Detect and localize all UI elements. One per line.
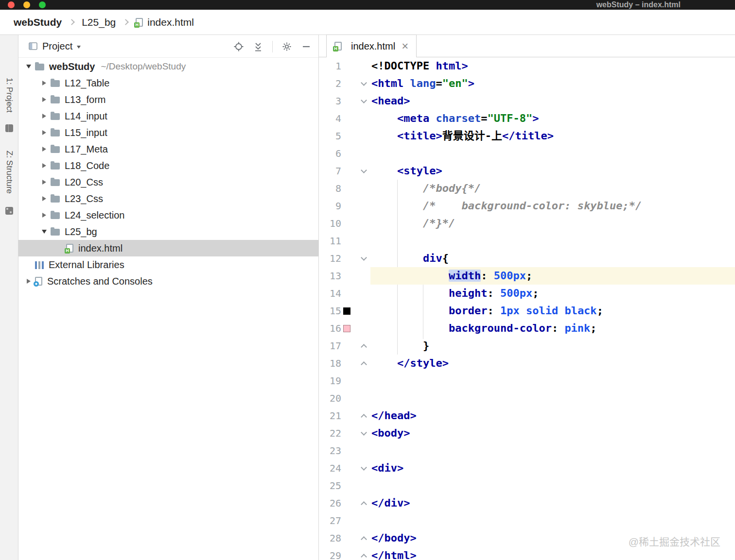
- expand-arrow-icon[interactable]: [42, 196, 46, 201]
- tree-row-l25-bg[interactable]: L25_bg: [18, 223, 318, 240]
- tree-row-l15-input[interactable]: L15_input: [18, 124, 318, 141]
- expand-arrow-icon[interactable]: [42, 114, 46, 119]
- tree-row-l23-css[interactable]: L23_Css: [18, 190, 318, 207]
- code-editor[interactable]: 1<!DOCTYPE html>2<html lang="en">3<head>…: [319, 57, 735, 560]
- editor-line-22[interactable]: 22<body>: [319, 424, 735, 442]
- code-text[interactable]: <head>: [370, 92, 735, 110]
- code-text[interactable]: [370, 372, 735, 390]
- editor-line-18[interactable]: 18 </style>: [319, 355, 735, 372]
- code-text[interactable]: </style>: [370, 355, 735, 372]
- code-text[interactable]: /* background-color: skyblue;*/: [370, 197, 735, 215]
- zoom-window-button[interactable]: [39, 1, 46, 8]
- close-tab-icon[interactable]: ×: [402, 40, 408, 52]
- editor-line-1[interactable]: 1<!DOCTYPE html>: [319, 57, 735, 75]
- code-text[interactable]: <body>: [370, 424, 735, 442]
- minimize-window-button[interactable]: [23, 1, 30, 8]
- code-text[interactable]: }: [370, 337, 735, 355]
- editor-line-5[interactable]: 5 <title>背景设计-上</title>: [319, 127, 735, 145]
- tool-window-button-structure[interactable]: Z: Structure: [4, 151, 14, 194]
- tree-row-external-libraries[interactable]: External Libraries: [18, 256, 318, 273]
- code-text[interactable]: background-color: pink;: [370, 320, 735, 337]
- editor-line-17[interactable]: 17 }: [319, 337, 735, 355]
- fold-marker-up-icon[interactable]: [361, 414, 367, 420]
- code-text[interactable]: border: 1px solid black;: [370, 302, 735, 320]
- expand-arrow-icon[interactable]: [42, 97, 46, 102]
- code-text[interactable]: <meta charset="UTF-8">: [370, 110, 735, 127]
- editor-line-20[interactable]: 20: [319, 390, 735, 407]
- code-text[interactable]: height: 500px;: [370, 285, 735, 302]
- code-text[interactable]: /*body{*/: [370, 180, 735, 197]
- editor-line-12[interactable]: 12 div{: [319, 250, 735, 267]
- editor-line-8[interactable]: 8 /*body{*/: [319, 180, 735, 197]
- editor-line-27[interactable]: 27: [319, 512, 735, 529]
- locate-icon[interactable]: [233, 41, 244, 52]
- project-panel-title[interactable]: Project: [42, 41, 72, 52]
- project-tool-icon[interactable]: [5, 124, 13, 132]
- tool-window-button-project[interactable]: 1: Project: [4, 78, 14, 113]
- tree-row-l12-table[interactable]: L12_Table: [18, 75, 318, 91]
- collapse-arrow-icon[interactable]: [42, 230, 47, 234]
- collapse-all-icon[interactable]: [253, 41, 263, 52]
- expand-arrow-icon[interactable]: [42, 213, 46, 218]
- code-text[interactable]: [370, 145, 735, 162]
- fold-marker-down-icon[interactable]: [361, 167, 367, 173]
- close-window-button[interactable]: [8, 1, 15, 8]
- tree-row-l17-meta[interactable]: L17_Meta: [18, 141, 318, 157]
- fold-marker-down-icon[interactable]: [361, 464, 367, 471]
- editor-line-4[interactable]: 4 <meta charset="UTF-8">: [319, 110, 735, 127]
- editor-line-15[interactable]: 15 border: 1px solid black;: [319, 302, 735, 320]
- code-text[interactable]: [370, 390, 735, 407]
- code-text[interactable]: <!DOCTYPE html>: [370, 57, 735, 75]
- editor-tab-index-html[interactable]: index.html ×: [326, 34, 417, 57]
- editor-line-6[interactable]: 6: [319, 145, 735, 162]
- expand-arrow-icon[interactable]: [42, 130, 46, 135]
- collapse-arrow-icon[interactable]: [26, 65, 31, 68]
- code-text[interactable]: [370, 512, 735, 529]
- code-text[interactable]: [370, 442, 735, 459]
- editor-line-11[interactable]: 11: [319, 232, 735, 250]
- fold-marker-down-icon[interactable]: [361, 80, 367, 86]
- code-text[interactable]: </div>: [370, 494, 735, 512]
- fold-marker-up-icon[interactable]: [361, 501, 367, 508]
- expand-arrow-icon[interactable]: [27, 279, 31, 284]
- fold-marker-down-icon[interactable]: [361, 255, 367, 261]
- code-text[interactable]: [370, 232, 735, 250]
- breadcrumb-project[interactable]: webStudy: [14, 17, 62, 28]
- fold-marker-up-icon[interactable]: [361, 344, 367, 350]
- fold-marker-down-icon[interactable]: [361, 429, 367, 436]
- structure-tool-icon[interactable]: [5, 207, 13, 215]
- breadcrumb-folder[interactable]: L25_bg: [82, 17, 116, 28]
- editor-line-7[interactable]: 7 <style>: [319, 162, 735, 180]
- tree-row-l14-input[interactable]: L14_input: [18, 108, 318, 124]
- code-text[interactable]: width: 500px;: [370, 267, 735, 285]
- editor-line-21[interactable]: 21</head>: [319, 407, 735, 424]
- color-swatch[interactable]: [343, 307, 350, 315]
- tree-row-index-html[interactable]: index.html: [18, 240, 318, 256]
- chevron-down-icon[interactable]: [77, 46, 81, 49]
- editor-line-29[interactable]: 29</html>: [319, 547, 735, 560]
- fold-marker-up-icon[interactable]: [361, 554, 367, 560]
- fold-marker-up-icon[interactable]: [361, 361, 367, 368]
- tree-row-l13-form[interactable]: L13_form: [18, 91, 318, 108]
- editor-line-19[interactable]: 19: [319, 372, 735, 390]
- tree-row-l20-css[interactable]: L20_Css: [18, 174, 318, 190]
- code-text[interactable]: <style>: [370, 162, 735, 180]
- code-text[interactable]: </head>: [370, 407, 735, 424]
- code-text[interactable]: <html lang="en">: [370, 75, 735, 92]
- editor-line-14[interactable]: 14 height: 500px;: [319, 285, 735, 302]
- editor-line-16[interactable]: 16 background-color: pink;: [319, 320, 735, 337]
- tree-row-scratches-and-consoles[interactable]: Scratches and Consoles: [18, 273, 318, 289]
- tree-row-l24-selection[interactable]: L24_selection: [18, 207, 318, 223]
- code-text[interactable]: [370, 477, 735, 494]
- fold-marker-down-icon[interactable]: [361, 97, 367, 103]
- expand-arrow-icon[interactable]: [42, 163, 46, 168]
- editor-line-10[interactable]: 10 /*}*/: [319, 215, 735, 232]
- expand-arrow-icon[interactable]: [42, 147, 46, 152]
- editor-line-2[interactable]: 2<html lang="en">: [319, 75, 735, 92]
- expand-arrow-icon[interactable]: [42, 180, 46, 185]
- tree-row-webstudy[interactable]: webStudy~/Desktop/webStudy: [18, 58, 318, 75]
- settings-icon[interactable]: [281, 41, 292, 52]
- editor-line-25[interactable]: 25: [319, 477, 735, 494]
- code-text[interactable]: /*}*/: [370, 215, 735, 232]
- code-text[interactable]: </html>: [370, 547, 735, 560]
